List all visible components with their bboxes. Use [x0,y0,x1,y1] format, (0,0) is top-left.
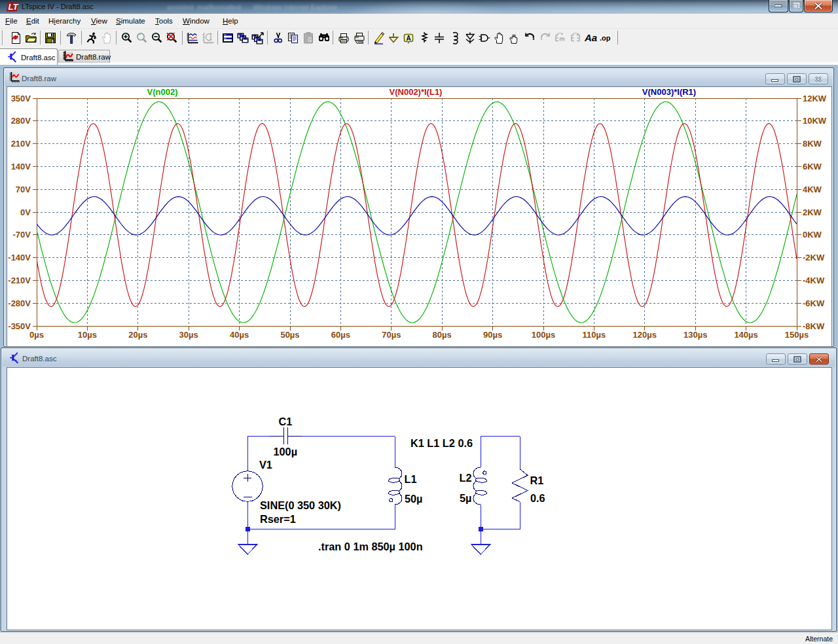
svg-text:8KW: 8KW [803,139,822,149]
svg-text:SINE(0 350 30K): SINE(0 350 30K) [260,499,341,511]
svg-text:50µs: 50µs [280,330,299,340]
svg-text:-2KW: -2KW [803,253,825,262]
svg-text:40µs: 40µs [230,330,249,340]
svg-text:10µs: 10µs [78,330,97,340]
svg-text:60µs: 60µs [331,330,350,340]
svg-text:Rser=1: Rser=1 [260,513,296,525]
svg-text:V(N002)*I(L1): V(N002)*I(L1) [390,87,443,97]
svg-text:.tran 0 1m 850µ 100n: .tran 0 1m 850µ 100n [318,540,423,552]
svg-text:100µs: 100µs [532,330,555,340]
svg-text:-4KW: -4KW [803,276,825,285]
svg-text:R1: R1 [530,474,544,486]
svg-text:350V: 350V [11,94,31,103]
svg-text:2KW: 2KW [803,207,822,217]
svg-text:0V: 0V [20,207,31,217]
svg-text:80µs: 80µs [433,330,452,340]
svg-text:-6KW: -6KW [803,298,825,308]
svg-text:90µs: 90µs [483,330,502,340]
svg-text:6KW: 6KW [803,162,822,171]
svg-text:280V: 280V [11,116,31,126]
svg-text:L2: L2 [460,472,472,484]
svg-text:-350V: -350V [8,321,31,331]
svg-text:210V: 210V [11,139,31,149]
svg-text:A: A [406,35,410,42]
svg-text:130µs: 130µs [683,330,707,340]
svg-text:100µ: 100µ [274,446,298,457]
svg-text:V(N003)*I(R1): V(N003)*I(R1) [642,87,696,97]
svg-text:0µs: 0µs [29,330,44,340]
svg-text:Aa: Aa [584,32,597,43]
svg-text:20µs: 20µs [128,330,147,340]
svg-text:.op: .op [600,34,611,42]
svg-text:12KW: 12KW [803,94,827,103]
svg-text:0.6: 0.6 [530,492,545,503]
svg-text:-210V: -210V [8,276,31,285]
svg-text:-70V: -70V [13,230,31,240]
svg-text:K1 L1 L2 0.6: K1 L1 L2 0.6 [410,437,473,449]
svg-text:70V: 70V [16,185,31,194]
svg-text:4KW: 4KW [803,185,822,194]
svg-text:110µs: 110µs [583,330,606,340]
svg-text:70µs: 70µs [382,330,401,340]
svg-text:V(n002): V(n002) [147,87,178,97]
svg-text:C1: C1 [279,415,293,427]
svg-text:LT: LT [9,2,19,12]
svg-text:L1: L1 [405,473,417,484]
svg-text:-140V: -140V [8,253,31,262]
svg-text:5µ: 5µ [460,492,471,503]
svg-text:150µs: 150µs [785,330,809,340]
svg-text:0KW: 0KW [803,230,822,240]
svg-text:-280V: -280V [8,298,31,308]
svg-text:120µs: 120µs [633,330,657,340]
svg-text:V1: V1 [259,459,272,471]
svg-text:30µs: 30µs [179,330,198,340]
svg-text:50µ: 50µ [405,493,423,505]
svg-text:140µs: 140µs [734,330,757,340]
svg-text:140V: 140V [11,162,31,171]
svg-text:10KW: 10KW [803,116,827,126]
